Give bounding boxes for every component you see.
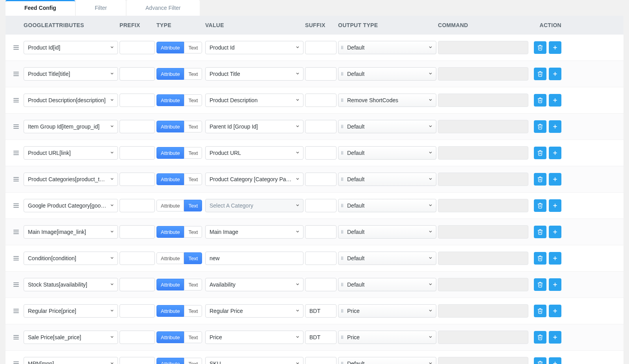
value-input[interactable]: new xyxy=(205,252,303,265)
type-text-option[interactable]: Text xyxy=(184,94,202,106)
drag-handle-icon[interactable] xyxy=(10,281,22,288)
value-select[interactable]: SKU xyxy=(205,357,303,364)
attribute-select[interactable]: Condition[condition] xyxy=(24,252,118,265)
suffix-input[interactable]: BDT xyxy=(305,331,337,344)
type-attribute-option[interactable]: Attribute xyxy=(156,68,184,80)
attribute-select[interactable]: Sale Price[sale_price] xyxy=(24,331,118,344)
prefix-input[interactable] xyxy=(120,94,155,107)
prefix-input[interactable] xyxy=(120,173,155,186)
attribute-select[interactable]: Regular Price[price] xyxy=(24,304,118,318)
prefix-input[interactable] xyxy=(120,252,155,265)
type-attribute-option[interactable]: Attribute xyxy=(156,358,184,364)
add-row-button[interactable] xyxy=(549,278,561,291)
suffix-input[interactable] xyxy=(305,67,337,81)
drag-handle-icon[interactable] xyxy=(10,307,22,314)
output-type-select[interactable]: Default xyxy=(338,225,436,239)
delete-row-button[interactable] xyxy=(534,278,546,291)
output-type-select[interactable]: Price xyxy=(338,331,436,344)
output-type-select[interactable]: Default xyxy=(338,252,436,265)
drag-handle-icon[interactable] xyxy=(10,97,22,104)
tab-filter[interactable]: Filter xyxy=(76,0,126,16)
prefix-input[interactable] xyxy=(120,41,155,54)
drag-handle-icon[interactable] xyxy=(10,44,22,51)
delete-row-button[interactable] xyxy=(534,147,546,159)
tab-feed-config[interactable]: Feed Config xyxy=(6,0,75,16)
value-select[interactable]: Price xyxy=(205,331,303,344)
type-attribute-option[interactable]: Attribute xyxy=(156,121,184,132)
command-input[interactable] xyxy=(438,94,528,107)
prefix-input[interactable] xyxy=(120,278,155,291)
command-input[interactable] xyxy=(438,304,528,318)
prefix-input[interactable] xyxy=(120,331,155,344)
type-text-option[interactable]: Text xyxy=(184,252,202,264)
suffix-input[interactable] xyxy=(305,146,337,160)
suffix-input[interactable] xyxy=(305,173,337,186)
type-attribute-option[interactable]: Attribute xyxy=(156,252,184,264)
attribute-select[interactable]: Main Image[image_link] xyxy=(24,225,118,239)
add-row-button[interactable] xyxy=(549,94,561,107)
attribute-select[interactable]: Product Id[id] xyxy=(24,41,118,54)
drag-handle-icon[interactable] xyxy=(10,123,22,130)
value-select[interactable]: Product Category [Category Path] xyxy=(205,173,303,186)
attribute-select[interactable]: Product URL[link] xyxy=(24,146,118,160)
suffix-input[interactable] xyxy=(305,357,337,364)
delete-row-button[interactable] xyxy=(534,41,546,54)
type-attribute-option[interactable]: Attribute xyxy=(156,173,184,185)
attribute-select[interactable]: Google Product Category[google_product_c… xyxy=(24,199,118,212)
delete-row-button[interactable] xyxy=(534,68,546,80)
output-type-select[interactable]: Default xyxy=(338,120,436,133)
command-input[interactable] xyxy=(438,41,528,54)
suffix-input[interactable] xyxy=(305,41,337,54)
output-type-select[interactable]: Remove ShortCodes xyxy=(338,94,436,107)
output-type-select[interactable]: Default xyxy=(338,173,436,186)
command-input[interactable] xyxy=(438,225,528,239)
drag-handle-icon[interactable] xyxy=(10,228,22,235)
add-row-button[interactable] xyxy=(549,68,561,80)
type-text-option[interactable]: Text xyxy=(184,305,202,317)
type-attribute-option[interactable]: Attribute xyxy=(156,94,184,106)
attribute-select[interactable]: Product Categories[product_type] xyxy=(24,173,118,186)
output-type-select[interactable]: Default xyxy=(338,357,436,364)
type-text-option[interactable]: Text xyxy=(184,279,202,290)
output-type-select[interactable]: Default xyxy=(338,278,436,291)
output-type-select[interactable]: Default xyxy=(338,199,436,212)
suffix-input[interactable] xyxy=(305,120,337,133)
attribute-select[interactable]: Product Title[title] xyxy=(24,67,118,81)
type-text-option[interactable]: Text xyxy=(184,331,202,343)
attribute-select[interactable]: MPN[mpn] xyxy=(24,357,118,364)
command-input[interactable] xyxy=(438,331,528,344)
add-row-button[interactable] xyxy=(549,331,561,344)
prefix-input[interactable] xyxy=(120,225,155,239)
attribute-select[interactable]: Stock Status[availability] xyxy=(24,278,118,291)
command-input[interactable] xyxy=(438,199,528,212)
type-attribute-option[interactable]: Attribute xyxy=(156,279,184,290)
command-input[interactable] xyxy=(438,357,528,364)
add-row-button[interactable] xyxy=(549,357,561,364)
prefix-input[interactable] xyxy=(120,357,155,364)
type-text-option[interactable]: Text xyxy=(184,68,202,80)
value-select[interactable]: Parent Id [Group Id] xyxy=(205,120,303,133)
add-row-button[interactable] xyxy=(549,199,561,212)
add-row-button[interactable] xyxy=(549,252,561,265)
prefix-input[interactable] xyxy=(120,67,155,81)
delete-row-button[interactable] xyxy=(534,252,546,265)
value-select[interactable]: Product URL xyxy=(205,146,303,160)
type-text-option[interactable]: Text xyxy=(184,358,202,364)
type-attribute-option[interactable]: Attribute xyxy=(156,305,184,317)
type-attribute-option[interactable]: Attribute xyxy=(156,226,184,238)
prefix-input[interactable] xyxy=(120,304,155,318)
prefix-input[interactable] xyxy=(120,146,155,160)
type-text-option[interactable]: Text xyxy=(184,226,202,238)
value-select[interactable]: Select A Category xyxy=(205,199,303,212)
value-select[interactable]: Product Description xyxy=(205,94,303,107)
type-text-option[interactable]: Text xyxy=(184,121,202,132)
output-type-select[interactable]: Default xyxy=(338,146,436,160)
value-select[interactable]: Regular Price xyxy=(205,304,303,318)
drag-handle-icon[interactable] xyxy=(10,176,22,183)
delete-row-button[interactable] xyxy=(534,226,546,238)
value-select[interactable]: Availability xyxy=(205,278,303,291)
drag-handle-icon[interactable] xyxy=(10,360,22,364)
command-input[interactable] xyxy=(438,173,528,186)
add-row-button[interactable] xyxy=(549,226,561,238)
prefix-input[interactable] xyxy=(120,120,155,133)
